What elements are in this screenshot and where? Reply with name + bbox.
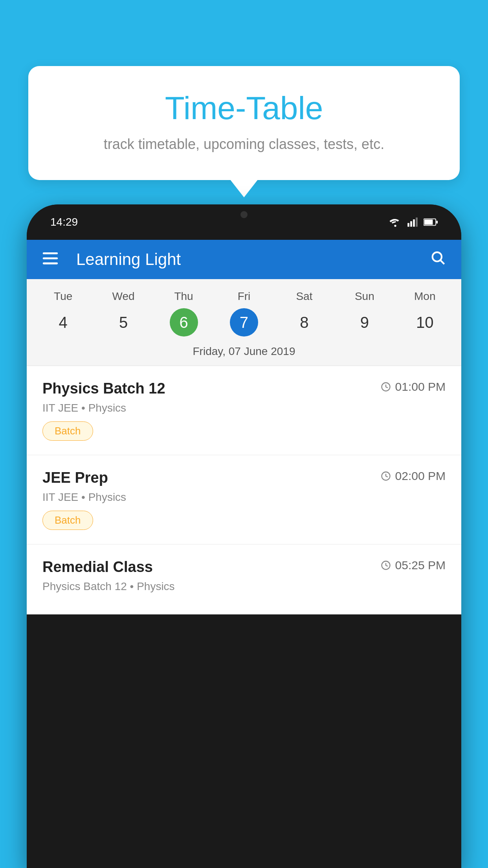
day-name: Mon bbox=[414, 290, 435, 303]
app-bar: Learning Light bbox=[27, 240, 461, 279]
svg-rect-2 bbox=[410, 221, 412, 227]
day-number[interactable]: 7 bbox=[230, 308, 258, 337]
class-time: 05:25 PM bbox=[380, 559, 446, 572]
class-subtitle: Physics Batch 12 • Physics bbox=[42, 580, 446, 593]
schedule-item[interactable]: Physics Batch 1201:00 PMIIT JEE • Physic… bbox=[27, 366, 461, 455]
clock-icon bbox=[380, 381, 391, 392]
svg-rect-9 bbox=[43, 257, 58, 259]
class-title: Physics Batch 12 bbox=[42, 380, 165, 397]
day-col[interactable]: Mon10 bbox=[395, 290, 455, 337]
day-name: Sun bbox=[355, 290, 374, 303]
day-col[interactable]: Sat8 bbox=[274, 290, 334, 337]
day-number[interactable]: 8 bbox=[290, 308, 318, 337]
batch-badge: Batch bbox=[42, 511, 93, 530]
class-subtitle: IIT JEE • Physics bbox=[42, 402, 446, 414]
day-number[interactable]: 10 bbox=[411, 308, 439, 337]
svg-rect-6 bbox=[424, 219, 433, 224]
search-button[interactable] bbox=[430, 250, 446, 269]
schedule-item[interactable]: JEE Prep02:00 PMIIT JEE • PhysicsBatch bbox=[27, 455, 461, 544]
phone-notch bbox=[213, 204, 275, 225]
signal-icon bbox=[407, 217, 418, 228]
class-subtitle: IIT JEE • Physics bbox=[42, 491, 446, 504]
clock-icon bbox=[380, 560, 391, 571]
clock-icon bbox=[380, 471, 391, 482]
svg-line-12 bbox=[441, 261, 444, 264]
svg-point-11 bbox=[433, 252, 442, 261]
days-row: Tue4Wed5Thu6Fri7Sat8Sun9Mon10 bbox=[27, 290, 461, 337]
class-time: 02:00 PM bbox=[380, 469, 446, 483]
day-col[interactable]: Sun9 bbox=[334, 290, 394, 337]
status-bar: 14:29 bbox=[27, 204, 461, 240]
app-bar-title: Learning Light bbox=[70, 250, 418, 269]
schedule-item[interactable]: Remedial Class05:25 PMPhysics Batch 12 •… bbox=[27, 544, 461, 614]
svg-rect-8 bbox=[43, 252, 58, 254]
calendar-strip: Tue4Wed5Thu6Fri7Sat8Sun9Mon10 Friday, 07… bbox=[27, 279, 461, 366]
class-title: JEE Prep bbox=[42, 469, 108, 486]
phone-frame: 14:29 bbox=[27, 204, 461, 868]
day-col[interactable]: Tue4 bbox=[33, 290, 93, 337]
day-name: Tue bbox=[54, 290, 72, 303]
svg-rect-10 bbox=[43, 262, 58, 264]
schedule-list: Physics Batch 1201:00 PMIIT JEE • Physic… bbox=[27, 366, 461, 614]
class-time: 01:00 PM bbox=[380, 380, 446, 394]
svg-rect-7 bbox=[436, 221, 438, 223]
status-icons bbox=[389, 217, 438, 228]
speech-bubble: Time-Table track timetable, upcoming cla… bbox=[28, 66, 460, 180]
selected-date-label: Friday, 07 June 2019 bbox=[27, 337, 461, 366]
camera-dot bbox=[240, 211, 248, 218]
svg-rect-3 bbox=[413, 219, 415, 227]
bubble-title: Time-Table bbox=[52, 90, 436, 127]
day-name: Fri bbox=[238, 290, 251, 303]
svg-rect-4 bbox=[416, 217, 418, 226]
wifi-icon bbox=[389, 217, 402, 227]
day-col[interactable]: Fri7 bbox=[214, 290, 274, 337]
day-name: Thu bbox=[174, 290, 193, 303]
battery-icon bbox=[424, 217, 438, 227]
day-col[interactable]: Thu6 bbox=[154, 290, 214, 337]
day-col[interactable]: Wed5 bbox=[93, 290, 153, 337]
class-title: Remedial Class bbox=[42, 559, 153, 576]
day-number[interactable]: 4 bbox=[49, 308, 77, 337]
svg-rect-1 bbox=[407, 223, 409, 226]
day-name: Wed bbox=[112, 290, 135, 303]
svg-point-0 bbox=[394, 225, 396, 227]
day-name: Sat bbox=[296, 290, 312, 303]
day-number[interactable]: 6 bbox=[170, 308, 198, 337]
day-number[interactable]: 9 bbox=[350, 308, 379, 337]
batch-badge: Batch bbox=[42, 421, 93, 441]
phone-time: 14:29 bbox=[50, 216, 78, 228]
day-number[interactable]: 5 bbox=[109, 308, 138, 337]
hamburger-menu-icon[interactable] bbox=[42, 251, 58, 268]
bubble-subtitle: track timetable, upcoming classes, tests… bbox=[52, 136, 436, 153]
